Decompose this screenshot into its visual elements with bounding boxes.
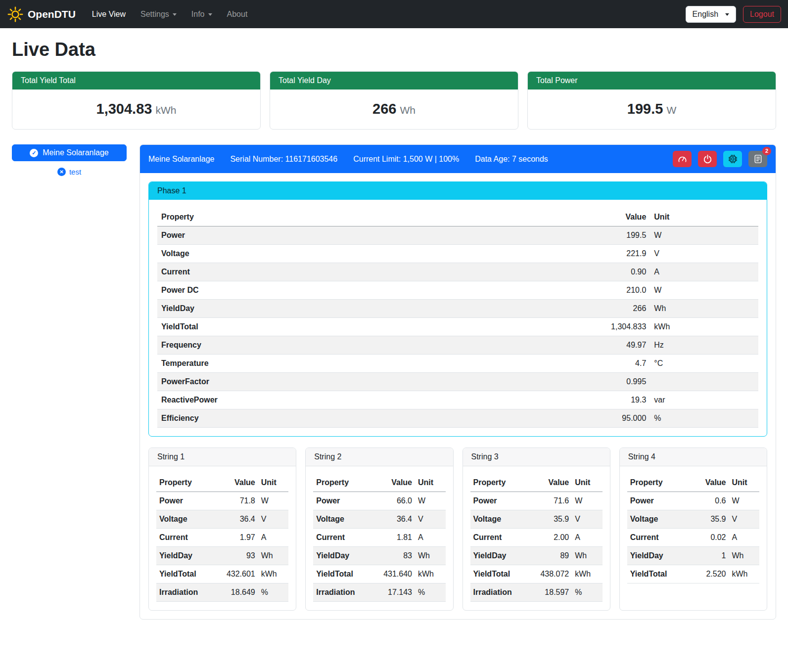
cell-unit: A [415, 529, 445, 547]
cell-value: 210.0 [530, 281, 650, 300]
cell-property: ReactivePower [157, 391, 530, 409]
table-row: Voltage36.4V [156, 510, 288, 529]
table-row: YieldTotal431.640kWh [313, 565, 445, 583]
cell-unit: kWh [650, 318, 758, 336]
total-power-unit: W [666, 104, 676, 116]
table-row: YieldTotal438.072kWh [470, 565, 603, 583]
serial-number: Serial Number: 116171603546 [230, 155, 337, 164]
string-table: Property Value Unit Power0.6WVoltage35.9… [627, 474, 759, 583]
cell-value: 71.8 [215, 492, 258, 510]
nav-item-info[interactable]: Info [184, 6, 220, 23]
content-row: ✓ Meine Solaranlage ✕ test Meine Solaran… [12, 144, 776, 620]
table-row: ReactivePower19.3var [157, 391, 758, 409]
column-header-property: Property [156, 474, 215, 492]
nav-item-live-view[interactable]: Live View [85, 6, 133, 23]
cell-property: Irradiation [156, 583, 215, 602]
cell-unit: W [572, 492, 602, 510]
table-row: YieldDay89Wh [470, 547, 603, 565]
navbar: OpenDTU Live View Settings Info About En… [0, 0, 788, 28]
cell-property: Current [156, 529, 215, 547]
cell-value: 4.7 [530, 355, 650, 373]
string-2-card: String 2 Property Value Unit [305, 448, 453, 611]
cell-unit: V [729, 510, 759, 529]
column-header-unit: Unit [415, 474, 445, 492]
cell-unit: V [650, 245, 758, 263]
inverter-action-buttons: 2 [673, 151, 767, 167]
sun-logo-icon [7, 6, 24, 23]
page-title: Live Data [12, 39, 776, 60]
card-title: Total Yield Day [270, 72, 518, 90]
cell-unit: W [729, 492, 759, 510]
check-circle-icon: ✓ [30, 149, 38, 157]
column-header-value: Value [530, 208, 650, 226]
cell-value: 0.90 [530, 263, 650, 281]
table-row: YieldDay266Wh [157, 300, 758, 318]
string-table: Property Value Unit Power71.8WVoltage36.… [156, 474, 288, 602]
inverter-panel-body: Phase 1 Property Value Unit [140, 173, 776, 619]
power-button[interactable] [698, 151, 717, 167]
table-row: Power0.6W [627, 492, 759, 510]
language-select-value: English [693, 10, 718, 19]
cpu-icon [728, 154, 738, 164]
table-header-row: Property Value Unit [470, 474, 603, 492]
cell-value: 2.520 [685, 565, 729, 583]
string-4-card: String 4 Property Value Unit [619, 448, 767, 611]
string-card-body: Property Value Unit Power71.8WVoltage36.… [149, 466, 296, 610]
cell-unit: V [258, 510, 288, 529]
table-row: Power66.0W [313, 492, 445, 510]
cell-unit: % [650, 409, 758, 428]
inverter-panel: Meine Solaranlage Serial Number: 1161716… [139, 144, 776, 620]
table-row: Voltage36.4V [313, 510, 445, 529]
cell-property: Current [157, 263, 530, 281]
column-header-value: Value [685, 474, 729, 492]
cell-property: YieldTotal [157, 318, 530, 336]
nav-item-settings[interactable]: Settings [133, 6, 184, 23]
cell-value: 17.143 [371, 583, 415, 602]
total-yield-total-unit: kWh [155, 104, 176, 116]
column-header-value: Value [528, 474, 572, 492]
table-row: YieldTotal432.601kWh [156, 565, 288, 583]
cell-unit: % [415, 583, 445, 602]
table-row: Irradiation17.143% [313, 583, 445, 602]
logout-button[interactable]: Logout [743, 6, 781, 23]
total-yield-day-unit: Wh [400, 104, 416, 116]
summary-cards: Total Yield Total 1,304.83kWh Total Yiel… [12, 71, 776, 130]
column-header-unit: Unit [572, 474, 602, 492]
language-select[interactable]: English [686, 6, 736, 23]
table-row: YieldTotal2.520kWh [627, 565, 759, 583]
total-yield-total-card: Total Yield Total 1,304.83kWh [12, 71, 261, 130]
cell-value: 35.9 [528, 510, 572, 529]
cell-unit: W [415, 492, 445, 510]
cell-property: Voltage [157, 245, 530, 263]
total-power-card: Total Power 199.5W [527, 71, 776, 130]
cell-property: YieldTotal [313, 565, 371, 583]
cell-property: YieldTotal [156, 565, 215, 583]
cell-unit: V [415, 510, 445, 529]
event-log-button[interactable]: 2 [748, 151, 767, 167]
x-circle-icon: ✕ [57, 168, 66, 176]
app: OpenDTU Live View Settings Info About En… [0, 0, 788, 631]
total-yield-day-card: Total Yield Day 266Wh [270, 71, 518, 130]
device-info-button[interactable] [723, 151, 742, 167]
cell-property: Power DC [157, 281, 530, 300]
cell-value: 0.995 [530, 373, 650, 391]
table-row: Irradiation18.597% [470, 583, 603, 602]
nav-item-info-label: Info [191, 10, 205, 19]
nav-item-about[interactable]: About [220, 6, 255, 23]
cell-value: 49.97 [530, 336, 650, 355]
inverter-select-button[interactable]: ✓ Meine Solaranlage [12, 144, 127, 161]
cell-value: 89 [528, 547, 572, 565]
inverter-item-test[interactable]: ✕ test [12, 168, 127, 176]
brand[interactable]: OpenDTU [7, 6, 76, 23]
phase-table: Property Value Unit Power199.5WVoltage22… [157, 208, 758, 428]
table-row: YieldDay83Wh [313, 547, 445, 565]
cell-value: 2.00 [528, 529, 572, 547]
string-table-body: Power0.6WVoltage35.9VCurrent0.02AYieldDa… [627, 492, 759, 583]
table-row: PowerFactor0.995 [157, 373, 758, 391]
cell-unit: A [729, 529, 759, 547]
cell-value: 1.81 [371, 529, 415, 547]
inverter-item-test-label: test [69, 168, 81, 176]
limit-settings-button[interactable] [673, 151, 692, 167]
table-row: Voltage35.9V [627, 510, 759, 529]
speedometer-icon [678, 154, 687, 164]
